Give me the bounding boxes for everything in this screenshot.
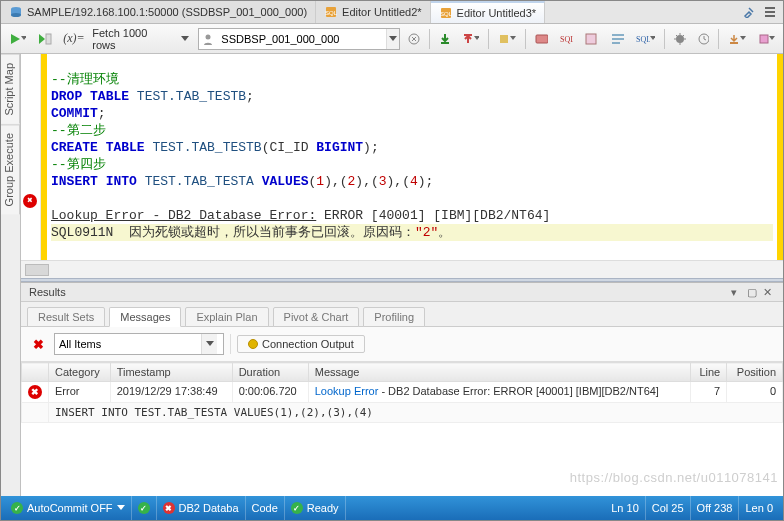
tab-editor-3[interactable]: SQL Editor Untitled3* (431, 1, 546, 23)
sql-tool-3[interactable] (581, 28, 602, 50)
col-position[interactable]: Position (727, 363, 783, 382)
svg-rect-12 (536, 35, 548, 43)
pin-icon[interactable] (739, 1, 759, 23)
filter-combo[interactable] (54, 333, 224, 355)
statusbar: ✓ AutoCommit OFF ✓ ✖ DB2 Databa Code ✓ R… (1, 496, 783, 520)
svg-rect-14 (586, 34, 596, 44)
col-line[interactable]: Line (691, 363, 727, 382)
svg-text:SQL: SQL (325, 10, 338, 16)
code-area[interactable]: --清理环境 DROP TABLE TEST.TAB_TESTB; COMMIT… (47, 54, 777, 260)
svg-rect-19 (760, 35, 768, 43)
svg-rect-11 (464, 34, 472, 36)
run-plan-button[interactable] (34, 28, 55, 50)
tab-explain-plan[interactable]: Explain Plan (185, 307, 268, 327)
tab-label: Editor Untitled2* (342, 6, 422, 18)
status-off: Off 238 (691, 496, 740, 520)
sql-script-button[interactable]: SQL (632, 28, 659, 50)
schema-combo[interactable] (198, 28, 400, 50)
cell-detail: INSERT INTO TEST.TAB_TESTA VALUES(1),(2)… (49, 403, 783, 423)
tab-messages[interactable]: Messages (109, 307, 181, 327)
variables-button[interactable]: (x)= (60, 28, 89, 50)
error-row-icon: ✖ (28, 385, 42, 399)
col-timestamp[interactable]: Timestamp (110, 363, 232, 382)
filter-input[interactable] (55, 337, 201, 351)
svg-rect-18 (730, 42, 738, 44)
sql-icon: SQL (324, 5, 338, 19)
connection-output-button[interactable]: Connection Output (237, 335, 365, 353)
status-autocommit[interactable]: ✓ AutoCommit OFF (5, 496, 132, 520)
sidetab-script-map[interactable]: Script Map (1, 54, 20, 124)
run-button[interactable] (5, 28, 30, 50)
minimize-icon[interactable]: ▾ (731, 286, 743, 298)
cell-position: 0 (727, 382, 783, 403)
schema-input[interactable] (217, 32, 385, 46)
table-row[interactable]: ✖ Error 2019/12/29 17:38:49 0:00:06.720 … (22, 382, 783, 403)
cell-message: Lookup Error - DB2 Database Error: ERROR… (308, 382, 690, 403)
highlight-bar-right (777, 54, 783, 260)
cell-category: Error (49, 382, 111, 403)
tab-profiling[interactable]: Profiling (363, 307, 425, 327)
status-len: Len 0 (739, 496, 779, 520)
status-code: Code (246, 496, 285, 520)
tab-label: SAMPLE/192.168.100.1:50000 (SSDBSP_001_0… (27, 6, 307, 18)
side-tabs: Script Map Group Execute (1, 54, 21, 496)
import-button[interactable] (754, 28, 779, 50)
tab-editor-2[interactable]: SQL Editor Untitled2* (316, 1, 431, 23)
maximize-icon[interactable]: ▢ (747, 286, 759, 298)
user-icon (199, 33, 217, 45)
connection-output-label: Connection Output (262, 338, 354, 350)
horizontal-scrollbar[interactable] (21, 260, 783, 278)
rollback-button[interactable] (458, 28, 483, 50)
history-button[interactable] (694, 28, 714, 50)
messages-grid[interactable]: Category Timestamp Duration Message Line… (21, 362, 783, 496)
export-button[interactable] (724, 28, 749, 50)
error-marker-icon[interactable]: ✖ (23, 194, 37, 208)
error-icon: ✖ (163, 502, 175, 514)
svg-rect-7 (46, 34, 51, 44)
col-message[interactable]: Message (308, 363, 690, 382)
col-duration[interactable]: Duration (232, 363, 308, 382)
toolbar: (x)= Fetch 1000 rows SQL SQL (1, 24, 783, 54)
sql-editor[interactable]: ✖ --清理环境 DROP TABLE TEST.TAB_TESTB; COMM… (21, 54, 783, 260)
col-category[interactable]: Category (49, 363, 111, 382)
status-ready: ✓ Ready (285, 496, 346, 520)
sql-icon: SQL (439, 6, 453, 20)
db-icon (9, 5, 23, 19)
format-button[interactable] (607, 28, 628, 50)
clear-schema-button[interactable] (404, 28, 424, 50)
editor-tabbar: SAMPLE/192.168.100.1:50000 (SSDBSP_001_0… (1, 1, 783, 24)
menu-icon[interactable] (761, 1, 779, 23)
results-tabs: Result Sets Messages Explain Plan Pivot … (21, 302, 783, 327)
tab-connection[interactable]: SAMPLE/192.168.100.1:50000 (SSDBSP_001_0… (1, 1, 316, 23)
status-col: Col 25 (646, 496, 691, 520)
tab-pivot-chart[interactable]: Pivot & Chart (273, 307, 360, 327)
gutter: ✖ (21, 54, 41, 260)
sql-tool-1[interactable] (531, 28, 552, 50)
table-row-detail: INSERT INTO TEST.TAB_TESTA VALUES(1),(2)… (22, 403, 783, 423)
svg-rect-10 (441, 42, 449, 44)
status-db[interactable]: ✖ DB2 Databa (157, 496, 246, 520)
svg-text:SQL: SQL (440, 11, 453, 17)
svg-text:SQL: SQL (636, 35, 649, 44)
check-icon: ✓ (138, 502, 150, 514)
cell-line: 7 (691, 382, 727, 403)
status-warn-button[interactable]: ✓ (132, 496, 157, 520)
sql-tool-2[interactable]: SQL (556, 28, 577, 50)
check-icon: ✓ (11, 502, 23, 514)
status-dot-icon (248, 339, 258, 349)
panel-title: Results (29, 286, 66, 298)
chevron-down-icon[interactable] (201, 334, 217, 354)
check-icon: ✓ (291, 502, 303, 514)
cell-duration: 0:00:06.720 (232, 382, 308, 403)
sidetab-group-execute[interactable]: Group Execute (1, 124, 20, 214)
fetch-dropdown[interactable] (176, 28, 194, 50)
close-icon[interactable]: ✕ (763, 286, 775, 298)
svg-point-8 (206, 34, 211, 39)
tab-result-sets[interactable]: Result Sets (27, 307, 105, 327)
clear-messages-button[interactable]: ✖ (29, 337, 48, 352)
message-link[interactable]: Lookup Error (315, 385, 379, 397)
commit-button[interactable] (435, 28, 455, 50)
debug-button[interactable] (670, 28, 690, 50)
find-button[interactable] (494, 28, 519, 50)
chevron-down-icon[interactable] (386, 29, 400, 49)
